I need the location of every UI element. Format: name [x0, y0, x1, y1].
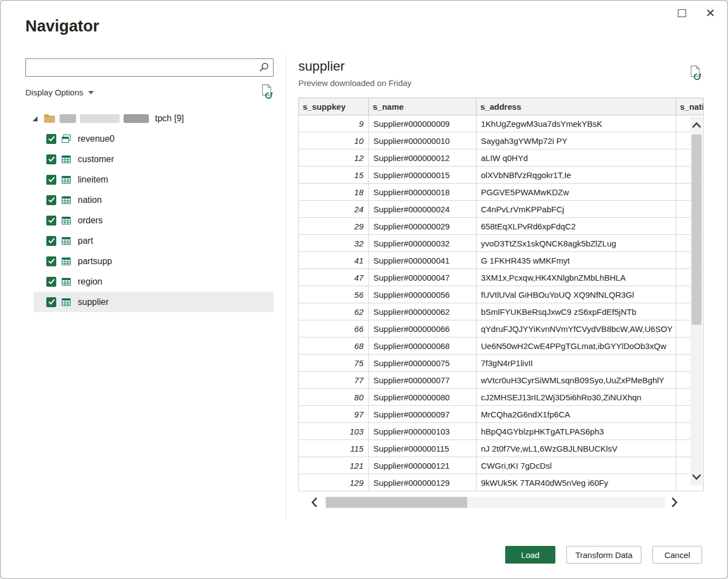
tree-item-partsupp[interactable]: partsupp	[34, 251, 274, 271]
tree-item-orders[interactable]: orders	[34, 210, 274, 230]
search-input[interactable]	[30, 60, 254, 76]
cell-suppkey: 10	[299, 132, 369, 149]
tree-item-lineitem[interactable]: lineitem	[34, 169, 274, 190]
table-row: 62Supplier#000000062bSmlFYUKBeRsqJxwC9 z…	[299, 303, 704, 320]
cell-address: qYdruFJQJYYiKvnNVmYfCVydVB8bcW,AW,U6SOY	[477, 320, 676, 337]
checkbox-orders[interactable]	[46, 216, 56, 226]
preview-subtitle: Preview downloaded on Friday	[298, 78, 704, 88]
table-row: 29Supplier#000000029658tEqXLPvRd6xpFdqC2	[299, 218, 704, 235]
cancel-button[interactable]: Cancel	[652, 546, 702, 564]
display-options-label: Display Options	[25, 88, 83, 97]
scroll-down-button[interactable]	[690, 470, 703, 484]
checkbox-part[interactable]	[46, 236, 56, 246]
column-header-s_name: s_name	[369, 98, 477, 115]
checkbox-customer[interactable]	[46, 154, 56, 164]
table-icon	[61, 154, 71, 164]
chevron-right-icon	[671, 496, 678, 508]
cell-suppkey: 115	[299, 440, 369, 457]
cell-address: CWGri,tKI 7gDcDsl	[477, 457, 676, 474]
scroll-right-button[interactable]	[667, 496, 682, 509]
horizontal-scroll-track[interactable]	[325, 497, 665, 508]
cell-name: Supplier#000000077	[369, 372, 477, 389]
cell-name: Supplier#000000010	[369, 132, 477, 149]
maximize-button[interactable]	[672, 5, 691, 22]
table-row: 18Supplier#000000018PGGVE5PWAMwKDZw	[299, 184, 704, 201]
search-icon[interactable]	[258, 62, 270, 76]
maximize-icon	[678, 9, 686, 17]
tree-root-row[interactable]: tpch [9]	[25, 109, 274, 128]
cell-name: Supplier#000000047	[369, 269, 477, 286]
cell-suppkey: 32	[299, 235, 369, 252]
table-row: 32Supplier#000000032yvoD3TtZSx1skQNCK8ag…	[299, 235, 704, 252]
chevron-down-icon	[691, 473, 702, 481]
tree-item-label: part	[78, 236, 93, 246]
tree-item-region[interactable]: region	[34, 271, 274, 292]
tree-item-supplier[interactable]: supplier	[34, 292, 274, 312]
cell-suppkey: 75	[299, 355, 369, 372]
vertical-scroll-thumb[interactable]	[692, 135, 702, 325]
refresh-list-button[interactable]	[260, 84, 274, 101]
vertical-scrollbar[interactable]	[690, 117, 703, 485]
table-row: 121Supplier#000000121CWGri,tKI 7gDcDsl	[299, 457, 704, 474]
cell-suppkey: 9	[299, 115, 369, 132]
tree-item-label: customer	[78, 154, 114, 164]
horizontal-scroll-thumb[interactable]	[326, 497, 467, 508]
cell-suppkey: 129	[299, 474, 369, 491]
checkbox-revenue0[interactable]	[46, 134, 56, 144]
checkbox-supplier[interactable]	[46, 297, 56, 307]
chevron-up-icon	[691, 121, 702, 129]
tree-item-part[interactable]: part	[34, 230, 274, 251]
tree-item-customer[interactable]: customer	[34, 149, 274, 169]
load-button[interactable]: Load	[505, 546, 555, 564]
refresh-preview-button[interactable]	[689, 65, 702, 82]
table-row: 24Supplier#000000024C4nPvLrVmKPPabFCj	[299, 201, 704, 218]
view-icon	[61, 134, 71, 144]
refresh-file-icon	[689, 65, 702, 80]
cell-address: 3XM1x,Pcxqw,HK4XNlgbnZMbLhBHLA	[477, 269, 676, 286]
cell-name: Supplier#000000056	[369, 286, 477, 303]
close-button[interactable]: ✕	[701, 5, 720, 22]
checkbox-region[interactable]	[46, 277, 56, 287]
preview-panel: supplier Preview downloaded on Friday s_…	[298, 58, 704, 509]
checkbox-nation[interactable]	[46, 195, 56, 205]
scroll-left-button[interactable]	[307, 496, 322, 509]
cell-address: yvoD3TtZSx1skQNCK8agk5bZlZLug	[477, 235, 676, 252]
scroll-up-button[interactable]	[690, 118, 703, 132]
checkbox-partsupp[interactable]	[46, 256, 56, 266]
table-row: 97Supplier#000000097MrCQha2G6ndX1fp6CA	[299, 406, 704, 423]
tree-item-revenue0[interactable]: revenue0	[34, 128, 274, 149]
chevron-down-icon	[88, 91, 94, 94]
cell-address: G 1FKHR435 wMKFmyt	[477, 252, 676, 269]
table-icon	[61, 175, 71, 185]
table-row: 129Supplier#0000001299kWUk5K 7TAR40dW5nV…	[299, 474, 704, 491]
cell-address: cJ2MHSEJ13rIL2Wj3D5i6hRo30,ZiNUXhqn	[477, 389, 676, 406]
table-row: 75Supplier#0000000757f3gN4rP1livII	[299, 355, 704, 372]
cell-suppkey: 103	[299, 423, 369, 440]
cell-name: Supplier#000000103	[369, 423, 477, 440]
table-header-row: s_suppkeys_names_addresss_natio	[299, 98, 704, 115]
transform-data-button[interactable]: Transform Data	[566, 546, 641, 564]
table-row: 68Supplier#000000068Ue6N50wH2CwE4PPgTGLm…	[299, 337, 704, 355]
cell-suppkey: 24	[299, 201, 369, 218]
horizontal-scrollbar[interactable]	[298, 496, 704, 509]
cell-suppkey: 18	[299, 184, 369, 201]
cell-address: 7f3gN4rP1livII	[477, 355, 676, 372]
cell-name: Supplier#000000097	[369, 406, 477, 423]
preview-title: supplier	[298, 58, 704, 74]
preview-table-wrap: s_suppkeys_names_addresss_natio 9Supplie…	[298, 98, 704, 491]
cell-suppkey: 121	[299, 457, 369, 474]
tree-item-nation[interactable]: nation	[34, 190, 274, 210]
cell-name: Supplier#000000015	[369, 167, 477, 184]
cell-name: Supplier#000000024	[369, 201, 477, 218]
checkbox-lineitem[interactable]	[46, 175, 56, 185]
table-body: 9Supplier#0000000091KhUgZegwM3ua7dsYmekY…	[299, 115, 704, 491]
display-options-dropdown[interactable]: Display Options	[25, 88, 94, 97]
cell-name: Supplier#000000129	[369, 474, 477, 491]
tree-root-label: tpch [9]	[155, 114, 184, 124]
cell-name: Supplier#000000018	[369, 184, 477, 201]
tree-expand-icon[interactable]	[33, 116, 38, 121]
redacted-text-blob	[60, 114, 76, 123]
cell-address: hBpQ4GYblzpHKTgATLPAS6ph3	[477, 423, 676, 440]
table-row: 15Supplier#000000015olXVbNBfVzRqgokr1T,I…	[299, 167, 704, 184]
cell-address: fUVtlUVal GiHBOuYoUQ XQ9NfNLQR3Gl	[477, 286, 676, 303]
